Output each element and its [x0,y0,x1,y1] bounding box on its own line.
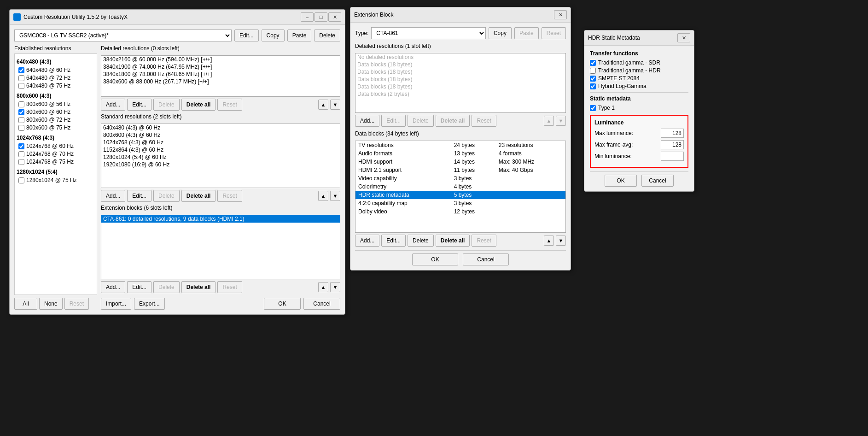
data-row-7[interactable]: 4:2:0 capability map3 bytes [355,199,565,207]
ext-down-btn[interactable]: ▼ [330,282,340,292]
standard-item-2[interactable]: 1024x768 (4:3) @ 60 Hz [101,139,340,146]
standard-up-btn[interactable]: ▲ [318,191,328,201]
detailed-edit-btn[interactable]: Edit... [127,99,151,111]
detailed-delete-btn[interactable]: Delete [153,99,180,111]
detailed-reset-btn[interactable]: Reset [217,99,242,111]
data-row-0[interactable]: TV resolutions24 bytes23 resolutions [355,141,565,149]
minimize-button[interactable]: – [301,12,314,22]
res-1024-60[interactable]: 1024x768 @ 60 Hz [17,142,95,150]
none-button[interactable]: None [39,298,63,310]
res-800-60[interactable]: 800x600 @ 60 Hz [17,108,95,116]
ext-det-delete-btn[interactable]: Delete [408,115,434,127]
tf-hlg[interactable]: Hybrid Log-Gamma [590,83,688,89]
standard-item-3[interactable]: 1152x864 (4:3) @ 60 Hz [101,146,340,153]
ext-det-reset-btn[interactable]: Reset [472,115,496,127]
delete-button[interactable]: Delete [314,29,340,41]
ext-delete-btn[interactable]: Delete [153,281,180,293]
data-down-btn[interactable]: ▼ [556,236,566,246]
standard-reset-btn[interactable]: Reset [217,190,242,202]
ext-close-button[interactable]: ✕ [554,10,567,19]
min-lum-input[interactable] [661,152,684,161]
detailed-item-3[interactable]: 3840x600 @ 88.000 Hz (267.17 MHz) [+/+] [101,78,340,85]
edit-button[interactable]: Edit... [234,29,259,41]
standard-item-1[interactable]: 800x600 (4:3) @ 60 Hz [101,131,340,139]
data-row-1[interactable]: Audio formats13 bytes4 formats [355,149,565,158]
detailed-item-0[interactable]: 3840x2160 @ 60.000 Hz (594.00 MHz) [+/+] [101,56,340,63]
standard-down-btn[interactable]: ▼ [330,191,340,201]
data-add-btn[interactable]: Add... [355,235,379,247]
res-800-56[interactable]: 800x600 @ 56 Hz [17,100,95,108]
res-640-72[interactable]: 640x480 @ 72 Hz [17,74,95,82]
ext-reset-btn[interactable]: Reset [542,27,566,39]
ext-paste-btn[interactable]: Paste [514,27,539,39]
data-delete-all-btn[interactable]: Delete all [436,235,470,247]
data-row-8[interactable]: Dolby video12 bytes [355,207,565,216]
ext-det-down-btn[interactable]: ▼ [556,116,566,126]
paste-button[interactable]: Paste [287,29,312,41]
standard-item-4[interactable]: 1280x1024 (5:4) @ 60 Hz [101,153,340,161]
detailed-item-1[interactable]: 3840x1900 @ 74.000 Hz (647.95 MHz) [+/+] [101,63,340,71]
est-reset-button[interactable]: Reset [64,298,89,310]
tf-smpte[interactable]: SMPTE ST 2084 [590,75,688,82]
import-button[interactable]: Import... [101,298,131,310]
detailed-add-btn[interactable]: Add... [101,99,125,111]
hdr-close-button[interactable]: ✕ [677,33,690,42]
ext-add-btn[interactable]: Add... [101,281,125,293]
export-button[interactable]: Export... [134,298,165,310]
standard-item-0[interactable]: 640x480 (4:3) @ 60 Hz [101,124,340,131]
display-select[interactable]: GSMC0C8 - LG TV SSCR2 (active)* [14,29,232,41]
data-row-5[interactable]: Colorimetry4 bytes [355,183,565,191]
ext-up-btn[interactable]: ▲ [318,282,328,292]
detailed-delete-all-btn[interactable]: Delete all [181,99,216,111]
max-lum-input[interactable] [661,129,684,138]
detailed-item-2[interactable]: 3840x1800 @ 78.000 Hz (648.65 MHz) [+/+] [101,71,340,78]
standard-item-5[interactable]: 1920x1080 (16:9) @ 60 Hz [101,161,340,168]
main-cancel-button[interactable]: Cancel [303,298,340,310]
ext-det-edit-btn[interactable]: Edit... [381,115,406,127]
ext-cancel-btn[interactable]: Cancel [463,253,509,265]
ext-det-item-3: Data blocks (18 bytes) [355,76,565,83]
res-800-72[interactable]: 800x600 @ 72 Hz [17,116,95,124]
tf-hdr[interactable]: Traditional gamma - HDR [590,67,688,74]
res-640-75[interactable]: 640x480 @ 75 Hz [17,82,95,89]
ext-reset-btn[interactable]: Reset [217,281,242,293]
copy-button[interactable]: Copy [262,29,285,41]
standard-edit-btn[interactable]: Edit... [127,190,151,202]
detailed-up-btn[interactable]: ▲ [318,100,328,110]
res-640-60[interactable]: 640x480 @ 60 Hz [17,66,95,74]
ext-copy-btn[interactable]: Copy [489,27,512,39]
type-select[interactable]: CTA-861 [371,27,486,39]
sm-type1[interactable]: Type 1 [590,105,688,111]
res-800-75[interactable]: 800x600 @ 75 Hz [17,124,95,131]
max-avg-input[interactable] [661,140,684,149]
maximize-button[interactable]: □ [315,12,327,22]
data-row-2[interactable]: HDMI support14 bytesMax: 300 MHz [355,158,565,166]
ext-delete-all-btn[interactable]: Delete all [181,281,216,293]
ext-item-0[interactable]: CTA-861: 0 detailed resolutions, 9 data … [101,215,340,223]
tf-sdr[interactable]: Traditional gamma - SDR [590,59,688,66]
data-reset-btn[interactable]: Reset [472,235,496,247]
standard-delete-all-btn[interactable]: Delete all [181,190,216,202]
hdr-ok-btn[interactable]: OK [605,175,637,187]
standard-add-btn[interactable]: Add... [101,190,125,202]
all-button[interactable]: All [14,298,37,310]
main-ok-button[interactable]: OK [264,298,301,310]
data-up-btn[interactable]: ▲ [544,236,554,246]
ext-det-add-btn[interactable]: Add... [355,115,379,127]
ext-det-up-btn[interactable]: ▲ [544,116,554,126]
close-button[interactable]: ✕ [328,12,341,22]
data-delete-btn[interactable]: Delete [408,235,434,247]
data-row-4[interactable]: Video capability3 bytes [355,174,565,183]
ext-edit-btn[interactable]: Edit... [127,281,151,293]
res-1280-75[interactable]: 1280x1024 @ 75 Hz [17,177,95,184]
hdr-cancel-btn[interactable]: Cancel [641,175,674,187]
ext-det-delete-all-btn[interactable]: Delete all [436,115,470,127]
data-row-6[interactable]: HDR static metadata5 bytes [355,191,565,199]
standard-delete-btn[interactable]: Delete [153,190,180,202]
detailed-down-btn[interactable]: ▼ [330,100,340,110]
res-1024-75[interactable]: 1024x768 @ 75 Hz [17,158,95,165]
data-edit-btn[interactable]: Edit... [381,235,406,247]
data-row-3[interactable]: HDMI 2.1 support11 bytesMax: 40 Gbps [355,166,565,174]
res-1024-70[interactable]: 1024x768 @ 70 Hz [17,150,95,158]
ext-ok-btn[interactable]: OK [412,253,458,265]
